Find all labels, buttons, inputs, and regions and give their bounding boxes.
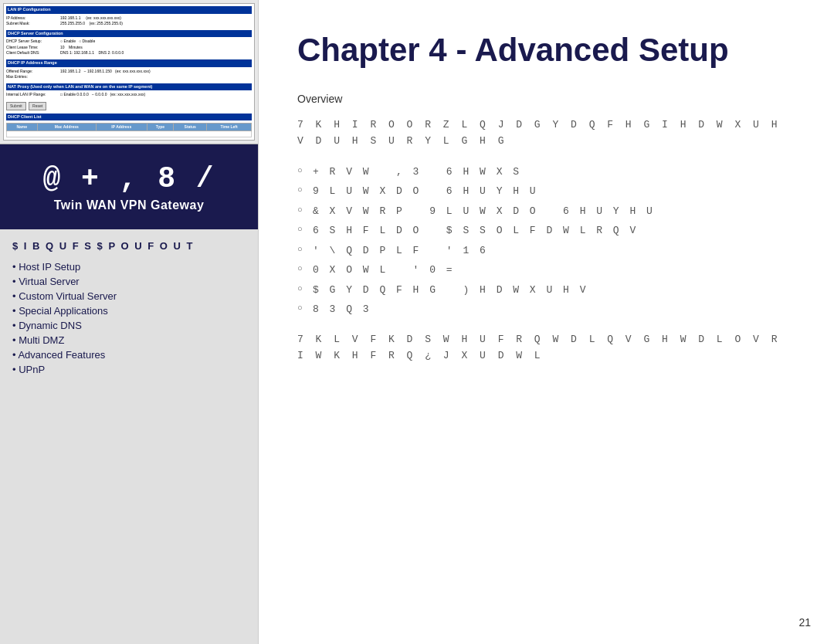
bullet-multi-dmz: 0 X O W L ' 0 = (297, 260, 795, 280)
nav-item-dynamic-dns[interactable]: Dynamic DNS (12, 318, 246, 333)
bullet-custom-virtual-server: & X V W R P 9 L U W X D O 6 H U Y H U (297, 202, 795, 222)
main-content: Chapter 4 - Advanced Setup Overview 7 K … (259, 0, 834, 644)
rs-label-dns: Client Default DNS: (6, 50, 60, 56)
bullet-upnp: 8 3 Q 3 (297, 300, 795, 320)
rs-section-lan: LAN IP Configuration (6, 6, 252, 14)
rs-label-mask: Subnet Mask: (6, 21, 60, 27)
rs-value-nat: □ Enable 0.0.0.0 ~ 0.0.0.0 (ex: xxx.xxx.… (60, 92, 252, 98)
nav-list: Host IP Setup Virtual Server Custom Virt… (12, 259, 246, 377)
nav-item-advanced-features[interactable]: Advanced Features (12, 347, 246, 362)
bullet-host-ip: + R V W , 3 6 H W X S (297, 162, 795, 182)
bullet-virtual-server: 9 L U W X D O 6 H U Y H U (297, 181, 795, 202)
bullet-special-apps: 6 S H F L D O $ S S O L F D W L R Q V (297, 221, 795, 241)
rs-col-ip: IP Address (96, 124, 147, 131)
rs-col-name: Name (7, 124, 38, 131)
rs-reset-btn[interactable]: Reset (29, 102, 46, 110)
nav-item-host-ip[interactable]: Host IP Setup (12, 259, 246, 274)
rs-label-ip: IP Address: (6, 15, 60, 22)
nav-item-multi-dmz[interactable]: Multi DMZ (12, 333, 246, 347)
nav-item-upnp[interactable]: UPnP (12, 362, 246, 377)
encoded-intro-text: 7 K H I R O O R Z L Q J D G Y D Q F H G … (297, 117, 795, 150)
router-screenshot-thumbnail: LAN IP Configuration IP Address: 192.168… (0, 0, 258, 144)
sidebar: LAN IP Configuration IP Address: 192.168… (0, 0, 259, 644)
chapter-contents-title: $ I B Q U F S $ P O U F O U T (12, 240, 246, 252)
nav-item-virtual-server[interactable]: Virtual Server (12, 274, 246, 289)
rs-value-offered: 192.168.1.2 ~ 192.168.1.150 (ex: xxx.xxx… (60, 69, 252, 75)
rs-label-max: Max Entries: (6, 74, 60, 80)
rs-value-lease: 10 Minutes (60, 45, 252, 51)
rs-col-mac: Mac Address (37, 124, 96, 131)
chapter-contents: $ I B Q U F S $ P O U F O U T Host IP Se… (0, 229, 258, 644)
encoded-bottom-text: 7 K L V F K D S W H U F R Q W D L Q V G … (297, 332, 795, 364)
nav-item-special-applications[interactable]: Special Applications (12, 303, 246, 318)
rs-submit-btn[interactable]: Submit (6, 102, 26, 110)
nav-item-custom-virtual-server[interactable]: Custom Virtual Server (12, 289, 246, 303)
brand-name: Twin WAN VPN Gateway (54, 198, 205, 212)
rs-col-status: Status (174, 124, 207, 131)
brand-box: @ + , 8 / Twin WAN VPN Gateway (0, 144, 258, 229)
rs-section-dhcp-range: DHCP IP Address Range (6, 59, 252, 67)
rs-value-dns: DNS 1: 192.168.1.1 DNS 2: 0.0.0.0 (60, 50, 252, 56)
bullet-advanced-features: $ G Y D Q F H G ) H D W X U H V (297, 280, 795, 300)
rs-col-timeleft: Time Left (207, 124, 252, 131)
rs-table-row-empty (7, 131, 252, 137)
rs-col-type: Type (147, 124, 174, 131)
rs-section-dhcp: DHCP Server Configuration (6, 30, 252, 38)
page-number: 21 (798, 616, 811, 629)
rs-value-mask: 255.255.255.0 (ex: 255.255.255.0) (60, 21, 252, 27)
rs-value-max (60, 74, 252, 80)
rs-value-dhcp-setup: ○ Enable ○ Disable (60, 39, 252, 45)
rs-label-nat: Internal LAN IP Range: (6, 92, 60, 98)
rs-dhcp-table: Name Mac Address IP Address Type Status … (6, 123, 252, 137)
rs-label-offered: Offered Range: (6, 69, 60, 75)
rs-value-ip: 192.168.1.1 (ex: xxx.xxx.xxx.xxx) (60, 15, 252, 22)
chapter-title: Chapter 4 - Advanced Setup (297, 31, 795, 69)
overview-label: Overview (297, 93, 795, 105)
rs-label-lease: Client Lease Time: (6, 45, 60, 51)
rs-section-dhcp-client: DHCP Client List (6, 114, 252, 121)
rs-section-nat: NAT Proxy (Used only when LAN and WAN ar… (6, 83, 252, 91)
rs-label-dhcp-setup: DHCP Server Setup: (6, 39, 60, 45)
feature-bullet-list: + R V W , 3 6 H W X S 9 L U W X D O 6 H … (297, 162, 795, 320)
brand-symbol: @ + , 8 / (42, 162, 215, 195)
bullet-dynamic-dns: ' \ Q D P L F ' 1 6 (297, 241, 795, 261)
